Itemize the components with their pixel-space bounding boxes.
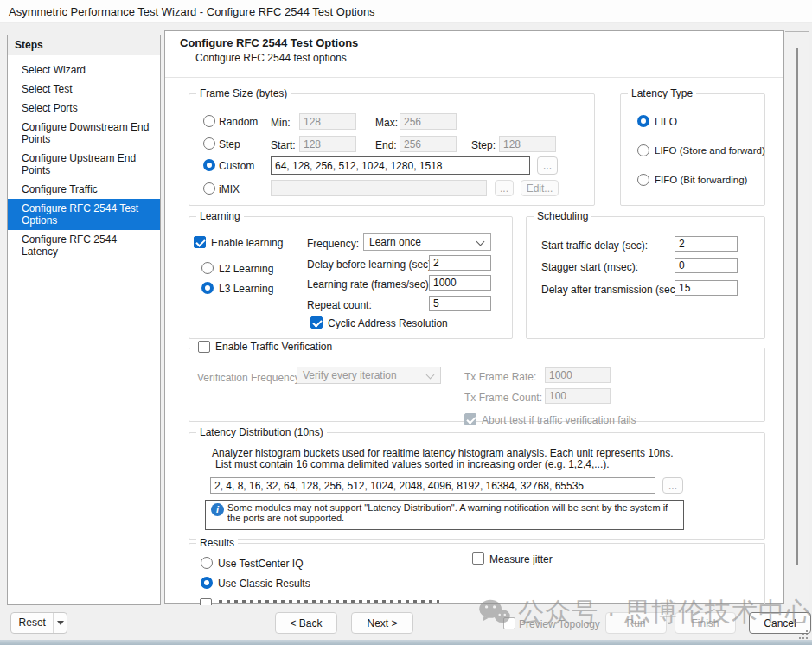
- dropdown-arrow-icon: [57, 621, 64, 625]
- steps-header: Steps: [8, 35, 160, 55]
- tx-frame-count-field: [545, 388, 611, 404]
- latency-buckets-browse-button[interactable]: ...: [662, 477, 683, 494]
- run-button: Run: [605, 612, 667, 634]
- sidebar-item-select-ports[interactable]: Select Ports: [8, 99, 160, 118]
- sidebar-item-rfc2544-test-options[interactable]: Configure RFC 2544 Test Options: [8, 199, 160, 230]
- cyclic-address-resolution-checkbox[interactable]: [310, 316, 323, 329]
- start-traffic-delay-label: Start traffic delay (sec):: [541, 239, 648, 252]
- measure-jitter-checkbox[interactable]: [472, 552, 484, 565]
- radio-lifo[interactable]: [637, 144, 649, 156]
- stagger-start-label: Stagger start (msec):: [541, 261, 638, 273]
- stagger-start-field[interactable]: [675, 258, 738, 273]
- frequency-label: Frequency:: [307, 238, 359, 250]
- radio-testcenter-iq-label: Use TestCenter IQ: [218, 558, 303, 570]
- radio-step[interactable]: [203, 137, 215, 150]
- next-button[interactable]: Next >: [351, 612, 413, 634]
- radio-l2-learning[interactable]: [201, 262, 214, 274]
- radio-lifo-label: LIFO (Store and forward): [655, 145, 765, 156]
- radio-custom[interactable]: [203, 159, 215, 171]
- latency-type-legend: Latency Type: [628, 87, 696, 99]
- page-title: Configure RFC 2544 Test Options: [180, 36, 358, 49]
- end-field: [400, 136, 457, 152]
- sidebar-item-configure-traffic[interactable]: Configure Traffic: [8, 180, 160, 199]
- step-size-label: Step:: [471, 139, 496, 151]
- radio-imix-label: iMIX: [219, 183, 240, 195]
- finish-button: Finish: [675, 612, 736, 634]
- back-button[interactable]: < Back: [275, 612, 337, 634]
- clipped-option-row: [219, 600, 439, 603]
- header-divider: [165, 77, 783, 78]
- radio-l3-learning[interactable]: [201, 282, 214, 294]
- imix-field: [271, 180, 487, 196]
- tx-frame-rate-label: Tx Frame Rate:: [464, 371, 536, 383]
- learning-legend: Learning: [196, 210, 244, 222]
- tx-frame-count-label: Tx Frame Count:: [464, 392, 542, 404]
- start-traffic-delay-field[interactable]: [675, 236, 738, 252]
- frame-size-legend: Frame Size (bytes): [196, 87, 291, 99]
- sidebar-item-select-test[interactable]: Select Test: [8, 80, 160, 99]
- verification-frequency-dropdown: Verify every iteration: [297, 367, 441, 384]
- enable-traffic-verification-label: Enable Traffic Verification: [215, 341, 332, 353]
- radio-imix[interactable]: [203, 182, 215, 195]
- imix-edit-button: Edit...: [521, 180, 559, 196]
- enable-learning-checkbox[interactable]: [194, 236, 206, 248]
- delay-after-transmission-label: Delay after transmission (sec):: [541, 284, 681, 296]
- start-label: Start:: [271, 139, 296, 151]
- preview-topology-checkbox: [503, 617, 515, 629]
- radio-l3-learning-label: L3 Learning: [219, 283, 273, 295]
- sidebar-item-select-wizard[interactable]: Select Wizard: [8, 61, 160, 80]
- delay-before-learning-label: Delay before learning (sec):: [307, 259, 434, 271]
- latency-distribution-desc2: List must contain 16 comma delimited val…: [215, 458, 610, 470]
- max-field: [400, 113, 457, 130]
- reset-split-button: Reset: [10, 612, 67, 634]
- delay-before-learning-field[interactable]: [429, 255, 491, 271]
- step-size-field: [499, 136, 556, 152]
- sidebar-item-configure-upstream[interactable]: Configure Upstream End Points: [8, 149, 160, 180]
- latency-distribution-legend: Latency Distribution (10ns): [196, 426, 327, 438]
- radio-classic-results-label: Use Classic Results: [218, 578, 310, 590]
- radio-fifo-label: FIFO (Bit forwarding): [655, 175, 747, 185]
- radio-step-label: Step: [219, 138, 240, 150]
- start-field: [299, 136, 356, 152]
- enable-traffic-verification-checkbox[interactable]: [198, 341, 210, 353]
- radio-lilo-label: LILO: [655, 116, 677, 128]
- tx-frame-rate-field: [545, 367, 611, 383]
- abort-test-checkbox: [464, 413, 476, 425]
- cyclic-address-resolution-label: Cyclic Address Resolution: [328, 317, 448, 329]
- repeat-count-label: Repeat count:: [307, 299, 372, 311]
- radio-random[interactable]: [203, 115, 215, 127]
- delay-after-transmission-field[interactable]: [675, 280, 738, 296]
- scrollbar-thumb[interactable]: [796, 48, 798, 565]
- imix-browse-button: ...: [495, 180, 514, 196]
- info-icon: i: [211, 503, 224, 516]
- abort-test-label: Abort test if traffic verification fails: [482, 414, 636, 426]
- radio-testcenter-iq[interactable]: [201, 557, 213, 569]
- radio-classic-results[interactable]: [201, 577, 213, 589]
- radio-custom-label: Custom: [219, 160, 254, 172]
- verification-frequency-label: Verification Frequency:: [197, 372, 303, 384]
- radio-lilo[interactable]: [637, 115, 649, 127]
- frequency-dropdown[interactable]: Learn once: [363, 233, 491, 251]
- resize-grip[interactable]: [799, 630, 808, 639]
- page-subtitle: Configure RFC 2544 test options: [195, 52, 347, 64]
- latency-distribution-note: Some modules may not support "Latency Di…: [227, 502, 677, 523]
- scheduling-legend: Scheduling: [534, 210, 591, 222]
- reset-dropdown-button[interactable]: [53, 613, 67, 633]
- max-label: Max:: [375, 117, 398, 129]
- learning-rate-field[interactable]: [429, 275, 491, 291]
- reset-button[interactable]: Reset: [11, 613, 53, 633]
- sidebar-item-configure-downstream[interactable]: Configure Downstream End Points: [8, 118, 160, 149]
- radio-fifo[interactable]: [637, 174, 649, 186]
- learning-rate-label: Learning rate (frames/sec):: [307, 278, 432, 291]
- custom-sizes-field[interactable]: [271, 156, 530, 175]
- steps-sidebar: Steps Select Wizard Select Test Select P…: [7, 35, 161, 605]
- custom-browse-button[interactable]: ...: [537, 156, 558, 175]
- sidebar-item-rfc2544-latency[interactable]: Configure RFC 2544 Latency: [8, 230, 160, 261]
- latency-buckets-field[interactable]: [210, 477, 655, 494]
- window-bottom-edge: [0, 640, 812, 645]
- min-field: [299, 113, 356, 130]
- measure-jitter-label: Measure jitter: [489, 553, 553, 565]
- repeat-count-field[interactable]: [429, 296, 491, 311]
- window-title: Asymmetric Performance Test Wizard - Con…: [0, 0, 812, 23]
- scheduling-group: Scheduling: [526, 216, 765, 339]
